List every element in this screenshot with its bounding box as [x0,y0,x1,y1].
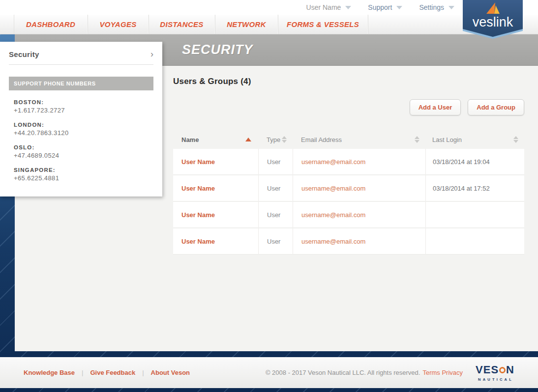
terms-privacy-link[interactable]: Terms Privacy [422,369,463,376]
divider [9,64,153,65]
sidebar-title: Security [9,50,39,58]
main-area: Users & Groups (4) Add a User Add a Grou… [173,77,524,255]
user-last-login: 03/18/2014 at 19:04 [425,149,524,174]
divider: | [142,369,144,376]
support-phone-numbers-header: SUPPORT PHONE NUMBERS [9,77,153,90]
phone-city: SINGAPORE: [14,167,162,173]
user-name-link[interactable]: User Name [173,158,258,166]
column-header-email[interactable]: Email Address [293,136,425,143]
user-name-link[interactable]: User Name [173,185,258,192]
chevron-down-icon [448,6,454,9]
veslink-logo-graphic: veslink [463,0,523,40]
column-header-name[interactable]: Name [173,136,258,143]
user-last-login [425,202,524,227]
about-veson-link[interactable]: About Veson [151,369,190,376]
user-last-login [425,228,524,254]
user-type: User [258,175,293,201]
user-email-link[interactable]: username@email.com [293,175,425,201]
user-email-link[interactable]: username@email.com [293,149,425,174]
phone-entry-boston: BOSTON: +1.617.723.2727 [14,99,162,114]
action-buttons: Add a User Add a Group [173,99,524,115]
veson-o-icon [499,367,506,373]
support-menu[interactable]: Support [368,3,402,11]
phone-number: +1.617.723.2727 [14,107,162,114]
sort-icon[interactable] [415,136,419,143]
phone-entry-oslo: OSLO: +47.4689.0524 [14,144,162,159]
column-label: Name [181,136,199,143]
user-name-link[interactable]: User Name [173,238,258,245]
phone-city: OSLO: [14,144,162,150]
user-email-link[interactable]: username@email.com [293,202,425,227]
tab-voyages[interactable]: VOYAGES [88,15,149,34]
footer-links: Knowledge Base | Give Feedback | About V… [24,369,190,376]
nav-spacer [0,15,14,34]
veson-nautical-logo[interactable]: VESN NAUTICAL [476,364,514,382]
column-label: Type [267,136,280,143]
user-menu-label: User Name [306,3,341,11]
phone-entry-singapore: SINGAPORE: +65.6225.4881 [14,167,162,182]
user-email-link[interactable]: username@email.com [293,228,425,254]
table-row: User Name User username@email.com [173,202,524,228]
column-label: Email Address [301,136,342,143]
table-row: User Name User username@email.com [173,228,524,255]
table-row: User Name User username@email.com 03/18/… [173,175,524,202]
divider: | [82,369,83,376]
phone-number: +47.4689.0524 [14,152,162,159]
phone-entry-london: LONDON: +44.20.7863.3120 [14,122,162,137]
phone-list: BOSTON: +1.617.723.2727 LONDON: +44.20.7… [14,99,162,182]
sidebar-panel: Security › SUPPORT PHONE NUMBERS BOSTON:… [0,42,162,196]
sort-icon[interactable] [282,136,287,143]
table-row: User Name User username@email.com 03/18/… [173,149,524,175]
user-type: User [258,228,293,254]
section-heading: Users & Groups (4) [173,77,524,86]
phone-city: BOSTON: [14,99,162,105]
logo-text-part: VES [476,364,499,376]
user-name-link[interactable]: User Name [173,211,258,219]
phone-city: LONDON: [14,122,162,128]
phone-number: +44.20.7863.3120 [14,129,162,137]
knowledge-base-link[interactable]: Knowledge Base [24,369,75,376]
chevron-down-icon [396,6,402,9]
page-title: SECURITY [182,42,253,57]
users-table: Name Type Email Address Last Login [173,130,524,255]
phone-number: +65.6225.4881 [14,174,162,182]
logo-text-part: N [506,364,514,376]
sidebar-item-security[interactable]: Security › [0,42,162,64]
copyright-text: © 2008 - 2017 Veson Nautical LLC. All ri… [266,369,420,376]
veslink-logo[interactable]: veslink [463,0,523,40]
tab-network[interactable]: NETWORK [215,15,278,34]
user-type: User [258,202,293,227]
add-group-button[interactable]: Add a Group [468,99,524,115]
user-menu[interactable]: User Name [306,3,352,11]
table-header: Name Type Email Address Last Login [173,130,524,149]
chevron-right-icon: › [150,50,153,58]
settings-menu-label: Settings [419,3,444,11]
sort-icon[interactable] [513,136,518,143]
main-nav: DASHBOARD VOYAGES DISTANCES NETWORK FORM… [0,15,538,34]
column-label: Last Login [432,136,462,143]
chevron-down-icon [345,6,351,9]
veson-logo-text: VESN [476,364,514,376]
settings-menu[interactable]: Settings [419,3,454,11]
support-menu-label: Support [368,3,392,11]
tab-dashboard[interactable]: DASHBOARD [14,15,88,34]
tab-forms-vessels[interactable]: FORMS & VESSELS [278,15,368,34]
add-user-button[interactable]: Add a User [410,99,461,115]
user-last-login: 03/18/2014 at 17:52 [425,175,524,201]
give-feedback-link[interactable]: Give Feedback [90,369,135,376]
veson-logo-subtext: NAUTICAL [476,377,514,382]
sort-ascending-icon[interactable] [245,138,251,141]
footer: Knowledge Base | Give Feedback | About V… [0,357,538,388]
user-type: User [258,149,293,174]
tab-distances[interactable]: DISTANCES [149,15,215,34]
column-header-last-login[interactable]: Last Login [425,136,524,143]
veslink-wordmark: veslink [473,15,513,29]
column-header-type[interactable]: Type [258,136,293,143]
top-bar: User Name Support Settings [0,0,538,15]
